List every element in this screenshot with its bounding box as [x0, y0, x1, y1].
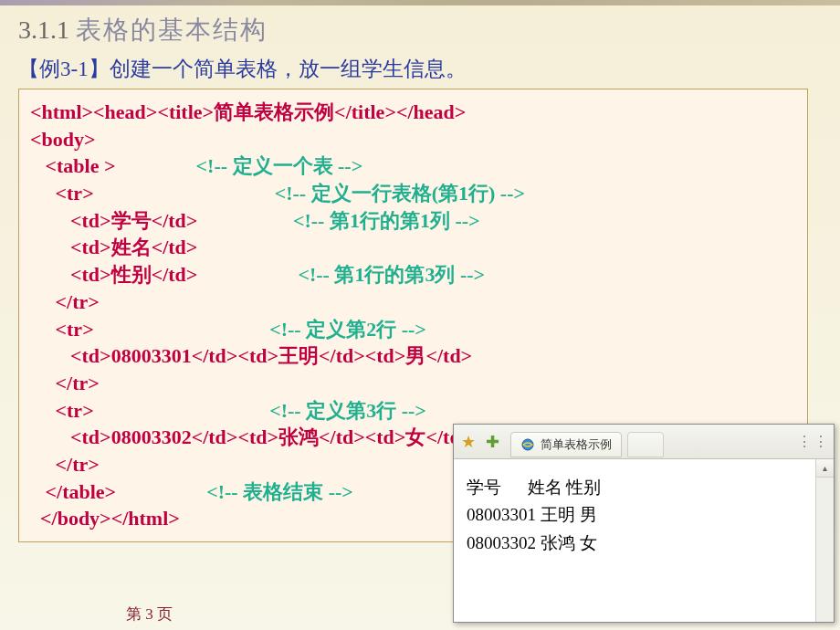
- scroll-up-button[interactable]: ▴: [816, 459, 834, 478]
- code-line-3: <table > <!-- 定义一个表 -->: [30, 152, 796, 180]
- section-title-text: 表格的基本结构: [76, 16, 268, 44]
- toolbar-divider-icon: ⋮: [814, 433, 828, 450]
- browser-body: 学号 姓名 性别 08003301 王明 男 08003302 张鸿 女 ▴: [454, 459, 834, 622]
- toolbar-divider-icon: ⋮: [797, 433, 812, 450]
- browser-window: ★ ✚ 简单表格示例 ⋮ ⋮ 学号 姓名 性别 08003301 王明 男 08…: [453, 424, 835, 623]
- code-line-7: <td>性别</td> <!-- 第1行的第3列 -->: [30, 261, 796, 289]
- code-line-9: <tr> <!-- 定义第2行 -->: [30, 316, 796, 343]
- code-line-2: <body>: [30, 126, 796, 153]
- table-row: 08003301 王明 男: [467, 501, 803, 529]
- ie-icon: [520, 437, 535, 452]
- code-line-1: <html><head><title>简单表格示例</title></head>: [30, 99, 796, 126]
- code-line-6: <td>姓名</td>: [30, 234, 796, 261]
- browser-titlebar: ★ ✚ 简单表格示例 ⋮ ⋮: [454, 425, 834, 459]
- code-line-8: </tr>: [30, 289, 796, 316]
- table-header-row: 学号 姓名 性别: [467, 474, 803, 501]
- toolbar-right: ⋮ ⋮: [797, 433, 828, 450]
- section-number: 3.1.1: [18, 16, 69, 44]
- code-line-11: </tr>: [30, 370, 796, 397]
- page-indicator: 第 3 页: [126, 604, 173, 625]
- code-line-12: <tr> <!-- 定义第3行 -->: [30, 397, 796, 425]
- add-favorites-icon[interactable]: ✚: [483, 433, 501, 451]
- code-line-4: <tr> <!-- 定义一行表格(第1行) -->: [30, 180, 796, 207]
- example-title: 【例3-1】创建一个简单表格，放一组学生信息。: [18, 55, 822, 83]
- browser-tab[interactable]: 简单表格示例: [510, 432, 622, 457]
- vertical-scrollbar[interactable]: ▴: [815, 459, 834, 622]
- browser-viewport: 学号 姓名 性别 08003301 王明 男 08003302 张鸿 女: [454, 459, 815, 622]
- new-tab-button[interactable]: [627, 432, 664, 457]
- table-row: 08003302 张鸿 女: [467, 530, 803, 557]
- top-decoration-bar: [0, 0, 840, 5]
- code-line-10: <td>08003301</td><td>王明</td><td>男</td>: [30, 342, 796, 370]
- section-title: 3.1.1 表格的基本结构: [18, 13, 822, 47]
- favorites-star-icon[interactable]: ★: [459, 433, 478, 451]
- code-line-5: <td>学号</td> <!-- 第1行的第1列 -->: [30, 207, 796, 235]
- tab-title-text: 简单表格示例: [541, 436, 612, 453]
